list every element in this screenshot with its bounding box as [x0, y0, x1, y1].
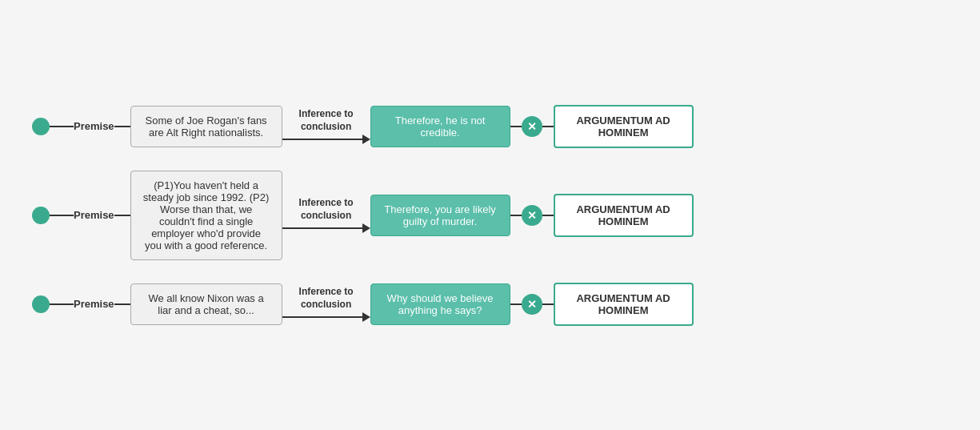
premise-connector-line2 [114, 126, 130, 127]
x-connector: ✕ [510, 205, 554, 226]
connector-line-left [510, 303, 522, 305]
premise-connector-line2 [114, 215, 130, 216]
horizontal-line [282, 227, 362, 229]
connector-line-left [510, 126, 522, 127]
premise-box: (P1)You haven't held a steady job since … [130, 171, 282, 260]
premise-box: Some of Joe Rogan's fans are Alt Right n… [130, 106, 282, 147]
connector-line-right [542, 303, 554, 305]
inference-label: Inference to conclusion [299, 286, 354, 311]
premise-group: Premise [32, 295, 130, 313]
premise-group: Premise [32, 118, 130, 135]
premise-label: Premise [74, 298, 114, 310]
horizontal-line [282, 316, 362, 318]
premise-connector-line [50, 126, 74, 127]
argument-row-3: PremiseWe all know Nixon was a liar and … [32, 283, 948, 326]
horizontal-line [282, 139, 362, 140]
x-connector: ✕ [510, 116, 554, 137]
inference-group: Inference to conclusion [282, 197, 370, 233]
premise-circle-icon [32, 207, 50, 224]
x-circle-icon: ✕ [522, 116, 542, 137]
arrowhead-icon [362, 312, 370, 322]
premise-connector-line [50, 303, 74, 305]
premise-box: We all know Nixon was a liar and a cheat… [130, 283, 282, 325]
premise-label: Premise [74, 209, 114, 221]
inference-label: Inference to conclusion [299, 108, 354, 133]
connector-line-right [542, 126, 554, 127]
connector-line-left [510, 215, 522, 216]
conclusion-box: Therefore, you are likely guilty of murd… [370, 195, 510, 236]
arrowhead-icon [362, 135, 370, 144]
x-connector: ✕ [510, 294, 554, 315]
premise-connector-line2 [114, 303, 130, 305]
premise-label: Premise [74, 120, 114, 132]
x-circle-icon: ✕ [522, 205, 542, 226]
inference-group: Inference to conclusion [282, 286, 370, 322]
arrow-line [282, 223, 370, 233]
arrow-line [282, 312, 370, 322]
premise-circle-icon [32, 295, 50, 313]
premise-circle-icon [32, 118, 50, 135]
conclusion-box: Therefore, he is not credible. [370, 106, 510, 147]
argument-diagram: PremiseSome of Joe Rogan's fans are Alt … [0, 89, 980, 342]
argument-row-2: Premise(P1)You haven't held a steady job… [32, 171, 948, 260]
argument-row-1: PremiseSome of Joe Rogan's fans are Alt … [32, 105, 948, 148]
inference-label: Inference to conclusion [299, 197, 354, 222]
premise-connector-line [50, 215, 74, 216]
inference-group: Inference to conclusion [282, 108, 370, 144]
premise-group: Premise [32, 207, 130, 224]
arrowhead-icon [362, 223, 370, 233]
fallacy-label-box: ARGUMENTUM AD HOMINEM [554, 105, 694, 148]
arrow-line [282, 135, 370, 144]
x-circle-icon: ✕ [522, 294, 542, 315]
fallacy-label-box: ARGUMENTUM AD HOMINEM [554, 283, 694, 326]
fallacy-label-box: ARGUMENTUM AD HOMINEM [554, 194, 694, 237]
conclusion-box: Why should we believe anything he says? [370, 283, 510, 325]
connector-line-right [542, 215, 554, 216]
